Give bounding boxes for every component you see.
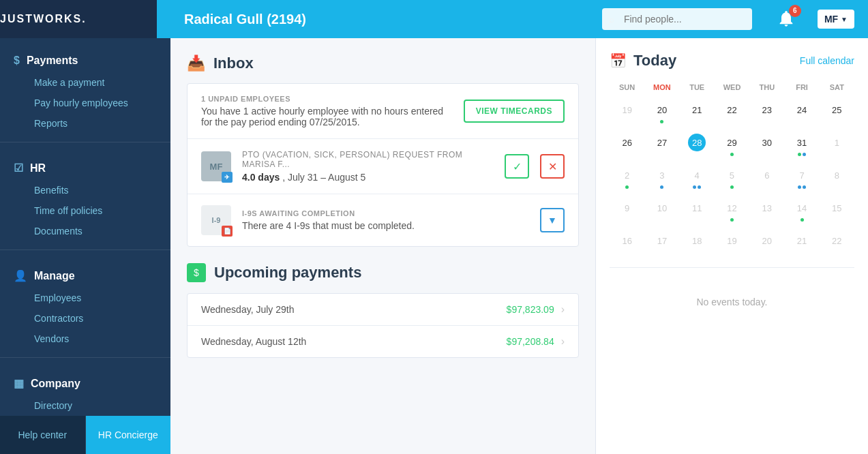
approve-button[interactable]: ✓ — [505, 154, 529, 179]
cal-day-21-n[interactable]: 21 — [784, 228, 819, 259]
cal-week-1: 19 20 21 22 23 24 25 — [610, 97, 854, 128]
pto-dates: , July 31 – August 5 — [282, 172, 365, 183]
cal-day-22-n[interactable]: 22 — [820, 228, 854, 259]
inbox-section-header: 📥 Inbox — [187, 55, 579, 72]
sidebar-item-pay-hourly-employees[interactable]: Pay hourly employees — [0, 93, 170, 113]
inbox-item-i9: I-9 📄 I-9S AWAITING COMPLETION There are… — [188, 194, 578, 246]
cal-day-15-n[interactable]: 15 — [820, 195, 854, 226]
cal-day-31[interactable]: 31 — [784, 130, 819, 161]
pto-detail: 4.0 days , July 31 – August 5 — [242, 172, 494, 183]
cal-day-5-n[interactable]: 5 — [715, 162, 749, 194]
cal-day-17-n[interactable]: 17 — [644, 228, 679, 259]
calendar-divider — [610, 267, 854, 268]
document-icon: 📄 — [222, 226, 233, 237]
i9-label: I-9 — [212, 216, 221, 224]
upcoming-payments-header: $ Upcoming payments — [187, 263, 579, 282]
cal-day-4-n[interactable]: 4 — [680, 162, 715, 194]
cal-day-23[interactable]: 23 — [749, 97, 784, 128]
calendar-header: 📅 Today Full calendar — [610, 52, 854, 70]
day-mon: MON — [644, 80, 679, 94]
cal-day-19-n[interactable]: 19 — [715, 228, 749, 259]
search-input[interactable] — [602, 8, 752, 30]
day-tue: TUE — [680, 80, 715, 94]
logo: JUSTWORKS. — [0, 0, 157, 38]
plane-icon: ✈ — [222, 172, 233, 183]
cal-day-13-n[interactable]: 13 — [749, 195, 784, 226]
cal-day-18-n[interactable]: 18 — [680, 228, 715, 259]
help-center-button[interactable]: Help center — [0, 416, 86, 454]
sidebar-item-benefits[interactable]: Benefits — [0, 180, 170, 200]
full-calendar-link[interactable]: Full calendar — [800, 55, 854, 66]
notification-count: 6 — [789, 5, 801, 17]
cal-day-20-n[interactable]: 20 — [749, 228, 784, 259]
person-icon: 👤 — [14, 269, 27, 282]
upcoming-payments-card: Wednesday, July 29th $97,823.09 › Wednes… — [187, 293, 579, 358]
sidebar-section-manage: 👤 Manage Employees Contractors Vendors — [0, 253, 170, 354]
cal-day-22[interactable]: 22 — [715, 97, 749, 128]
cal-day-30[interactable]: 30 — [749, 130, 784, 161]
user-initials: MF — [824, 14, 838, 25]
view-timecards-button[interactable]: VIEW TIMECARDS — [464, 100, 565, 123]
cal-week-5: 16 17 18 19 20 21 22 — [610, 228, 854, 259]
sidebar-item-employees[interactable]: Employees — [0, 288, 170, 308]
day-sun: SUN — [610, 80, 644, 94]
dollar-circle-icon: $ — [187, 263, 206, 282]
mf-avatar: MF ✈ — [201, 151, 231, 181]
user-button[interactable]: MF ▼ — [818, 10, 854, 29]
cal-day-3-n[interactable]: 3 — [644, 162, 679, 194]
no-events-text: No events today. — [610, 276, 854, 328]
i9-text: There are 4 I-9s that must be completed. — [242, 220, 529, 231]
chevron-right-icon-1: › — [561, 303, 565, 316]
sidebar-item-time-off-policies[interactable]: Time off policies — [0, 200, 170, 221]
payment-amount-2: $97,208.84 — [507, 336, 554, 347]
cal-day-1-next[interactable]: 1 — [820, 130, 854, 161]
cal-day-21[interactable]: 21 — [680, 97, 715, 128]
cal-day-9-n[interactable]: 9 — [610, 195, 644, 226]
right-panel: 📅 Today Full calendar SUN MON TUE WED TH… — [595, 38, 868, 454]
sidebar-item-documents[interactable]: Documents — [0, 221, 170, 241]
cal-day-10-n[interactable]: 10 — [644, 195, 679, 226]
i9-content: I-9S AWAITING COMPLETION There are 4 I-9… — [242, 209, 529, 231]
hr-concierge-button[interactable]: HR Concierge — [86, 416, 171, 454]
cal-day-19-prev[interactable]: 19 — [610, 97, 644, 128]
sidebar-item-make-a-payment[interactable]: Make a payment — [0, 72, 170, 93]
sidebar-item-vendors[interactable]: Vendors — [0, 329, 170, 349]
sidebar-item-directory[interactable]: Directory — [0, 395, 170, 416]
i9-avatar: I-9 📄 — [201, 205, 231, 235]
cal-day-12-n[interactable]: 12 — [715, 195, 749, 226]
sidebar-section-title-manage: 👤 Manage — [0, 264, 170, 288]
inbox-title: Inbox — [213, 55, 254, 72]
expand-button[interactable]: ▼ — [540, 208, 565, 232]
payment-row-1[interactable]: Wednesday, July 29th $97,823.09 › — [188, 294, 578, 326]
cal-day-29[interactable]: 29 — [715, 130, 749, 161]
search-container: ⌕ — [602, 8, 752, 30]
deny-button[interactable]: ✕ — [540, 154, 565, 179]
cal-day-7-n[interactable]: 7 — [784, 162, 819, 194]
cal-day-27[interactable]: 27 — [644, 130, 679, 161]
cal-day-2-n[interactable]: 2 — [610, 162, 644, 194]
day-wed: WED — [715, 80, 749, 94]
cal-day-16-n[interactable]: 16 — [610, 228, 644, 259]
sidebar-item-contractors[interactable]: Contractors — [0, 308, 170, 329]
cal-day-24[interactable]: 24 — [784, 97, 819, 128]
cal-day-11-n[interactable]: 11 — [680, 195, 715, 226]
sidebar-item-reports[interactable]: Reports — [0, 113, 170, 134]
cal-day-6-n[interactable]: 6 — [749, 162, 784, 194]
cal-day-8-n[interactable]: 8 — [820, 162, 854, 194]
mf-initials: MF — [210, 162, 223, 172]
notification-button[interactable]: 6 — [774, 6, 798, 33]
payment-row-2[interactable]: Wednesday, August 12th $97,208.84 › — [188, 326, 578, 357]
sidebar-section-hr: ☑ HR Benefits Time off policies Document… — [0, 145, 170, 247]
cal-day-28-today[interactable]: 28 — [680, 130, 715, 161]
cal-day-14-n[interactable]: 14 — [784, 195, 819, 226]
pto-content: PTO (VACATION, SICK, PERSONAL) REQUEST F… — [242, 150, 494, 183]
cal-day-25[interactable]: 25 — [820, 97, 854, 128]
cal-day-20[interactable]: 20 — [644, 97, 679, 128]
day-fri: FRI — [784, 80, 819, 94]
main-content: 📥 Inbox 1 UNPAID EMPLOYEES You have 1 ac… — [170, 38, 595, 454]
company-title: Radical Gull (2194) — [184, 12, 591, 27]
cal-day-26[interactable]: 26 — [610, 130, 644, 161]
day-thu: THU — [749, 80, 784, 94]
sidebar-section-title-company: ▦ Company — [0, 372, 170, 395]
payment-date-2: Wednesday, August 12th — [201, 336, 507, 347]
